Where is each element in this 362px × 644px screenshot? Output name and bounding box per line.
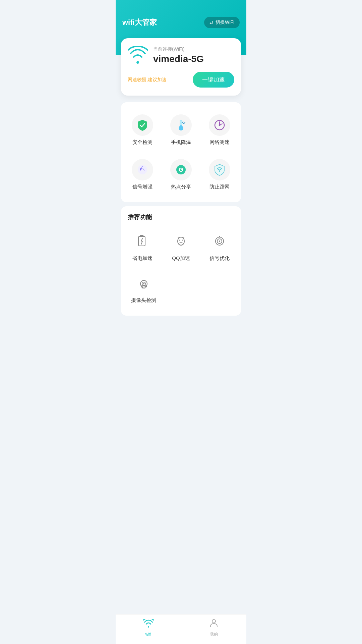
svg-point-21 [143, 283, 144, 284]
svg-point-17 [219, 240, 220, 242]
speedtest-label: 网络测速 [209, 139, 230, 146]
nav-item-wifi[interactable]: wifi [138, 619, 159, 637]
feature-item-speedtest[interactable]: 网络测速 [202, 109, 238, 151]
battery-icon [132, 230, 153, 252]
speedtest-icon-wrap [209, 114, 230, 136]
hotspot-label: 热点分享 [171, 184, 191, 190]
nav-mine-icon [209, 618, 219, 630]
app-title: wifi大管家 [122, 17, 157, 28]
feature-item-hotspot[interactable]: 热点分享 [163, 154, 199, 196]
recommended-section: 推荐功能 省电加速 [121, 206, 241, 316]
svg-rect-2 [180, 120, 182, 125]
wifi-icon [128, 46, 148, 66]
signal-opt-label: 信号优化 [209, 255, 230, 262]
cooling-label: 手机降温 [171, 139, 191, 146]
security-label: 安全检测 [132, 139, 153, 146]
cooling-icon-wrap [170, 114, 192, 136]
protect-label: 防止蹭网 [209, 184, 230, 190]
nav-wifi-icon [143, 619, 154, 631]
svg-point-12 [178, 237, 184, 245]
svg-point-24 [212, 620, 216, 623]
security-icon-wrap [132, 114, 153, 136]
rec-item-camera[interactable]: 摄像头检测 [124, 267, 159, 309]
feature-item-cooling[interactable]: 手机降温 [163, 109, 199, 151]
recommended-grid: 省电加速 QQ加速 [124, 225, 238, 267]
wifi-connection-label: 当前连接(WiFi) [153, 46, 204, 52]
svg-point-4 [219, 124, 221, 126]
nav-mine-label: 我的 [210, 632, 218, 637]
svg-point-14 [182, 240, 183, 241]
battery-label: 省电加速 [132, 255, 153, 262]
bottom-nav: wifi 我的 [116, 614, 246, 644]
svg-point-13 [179, 240, 180, 241]
rec-item-battery[interactable]: 省电加速 [124, 225, 160, 267]
feature-item-protect[interactable]: 防止蹭网 [202, 154, 238, 196]
svg-point-9 [219, 170, 220, 172]
camera-label: 摄像头检测 [131, 297, 156, 304]
feature-item-security[interactable]: 安全检测 [124, 109, 160, 151]
wifi-warning-text: 网速较慢,建议加速 [128, 77, 167, 83]
qq-icon [170, 230, 192, 252]
svg-rect-23 [142, 287, 145, 288]
nav-item-mine[interactable]: 我的 [204, 618, 224, 637]
wifi-network-name: vimedia-5G [153, 54, 204, 64]
nav-wifi-label: wifi [145, 632, 151, 637]
svg-point-1 [179, 126, 183, 130]
features-section: 安全检测 手机降温 [121, 102, 241, 202]
signal-opt-icon [209, 230, 230, 252]
hotspot-icon-wrap [170, 159, 192, 180]
svg-rect-11 [140, 235, 143, 236]
signal-icon-wrap [132, 159, 153, 180]
signal-label: 信号增强 [132, 184, 153, 190]
qq-label: QQ加速 [172, 255, 190, 262]
rec-item-qq[interactable]: QQ加速 [163, 225, 199, 267]
recommended-title: 推荐功能 [124, 213, 238, 221]
switch-wifi-button[interactable]: ⇄ 切换WiFi [204, 17, 240, 28]
switch-icon: ⇄ [209, 20, 214, 25]
wifi-card: 当前连接(WiFi) vimedia-5G 网速较慢,建议加速 一键加速 [121, 38, 241, 96]
boost-button[interactable]: 一键加速 [193, 72, 234, 88]
feature-item-signal[interactable]: 信号增强 [124, 154, 160, 196]
rec-item-signal-opt[interactable]: 信号优化 [202, 225, 238, 267]
camera-icon [133, 272, 155, 294]
features-grid: 安全检测 手机降温 [124, 109, 238, 196]
protect-icon-wrap [209, 159, 230, 180]
